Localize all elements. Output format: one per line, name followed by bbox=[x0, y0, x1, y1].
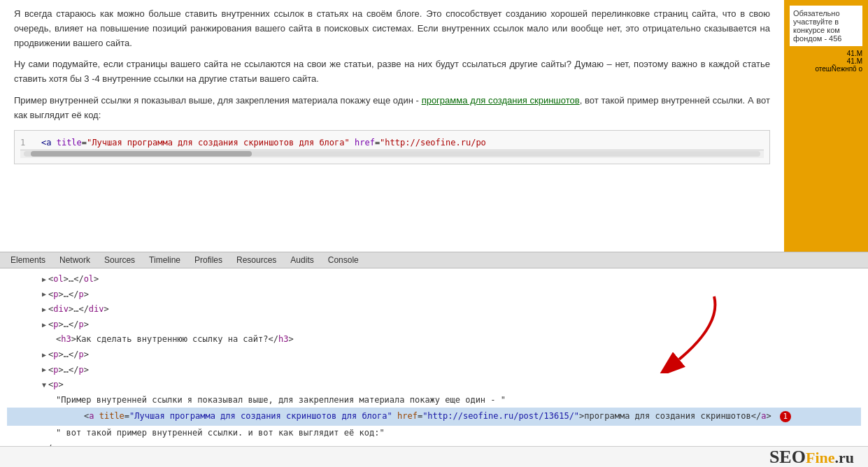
code-attr-title: title bbox=[57, 138, 82, 148]
dom-line: ▶ <ol>…</ol> bbox=[7, 272, 861, 287]
bottom-bar: SEOFine.ru bbox=[0, 446, 868, 467]
devtools-tabs-bar: Elements Network Sources Timeline Profil… bbox=[0, 252, 868, 268]
line-number: 1 bbox=[20, 136, 34, 150]
dom-line: <h3>Как сделать внутреннюю ссылку на сай… bbox=[7, 332, 861, 347]
code-attr-title-val: "Лучшая программа для создания скриншото… bbox=[87, 138, 350, 148]
tab-sources[interactable]: Sources bbox=[97, 252, 142, 268]
dom-line: ▶ <p>…</p> bbox=[7, 363, 861, 378]
dom-tree-wrapper: ▶ <ol>…</ol> ▶ <p>…</p> ▶ <div>…</div> ▶… bbox=[0, 268, 868, 450]
logo-fine: Fine bbox=[806, 449, 835, 466]
dom-line: ▶ <p>…</p> bbox=[7, 317, 861, 333]
tab-resources[interactable]: Resources bbox=[229, 252, 283, 268]
code-attr-href: href bbox=[355, 138, 375, 148]
tab-network[interactable]: Network bbox=[52, 252, 97, 268]
dom-line: ▶ <p>…</p> bbox=[7, 347, 861, 363]
expand-arrow[interactable]: ▶ bbox=[42, 303, 46, 316]
expand-arrow[interactable]: ▼ bbox=[42, 379, 46, 391]
code-attr-href-val: "http://seofine.ru/po bbox=[380, 138, 486, 148]
dom-tree: ▶ <ol>…</ol> ▶ <p>…</p> ▶ <div>…</div> ▶… bbox=[0, 268, 868, 450]
paragraph-1: Я всегда стараюсь как можно больше стави… bbox=[14, 7, 770, 50]
sidebar-numbers: 41.М 41.М отешÑежнпõ о bbox=[790, 50, 862, 73]
tab-timeline[interactable]: Timeline bbox=[142, 252, 187, 268]
expand-arrow[interactable]: ▶ bbox=[42, 364, 46, 376]
code-text: <a title="Лучшая программа для создания … bbox=[41, 136, 486, 150]
logo-seo: SEO bbox=[769, 447, 806, 467]
tab-console[interactable]: Console bbox=[321, 252, 366, 268]
dom-line: "Пример внутренней ссылки я показывал вы… bbox=[7, 393, 861, 408]
dom-line: ▶ <p>…</p> bbox=[7, 287, 861, 303]
seo-logo: SEOFine.ru bbox=[769, 447, 854, 468]
code-block: 1 <a title="Лучшая программа для создани… bbox=[14, 130, 770, 164]
expand-arrow[interactable]: ▶ bbox=[42, 273, 46, 286]
dom-line: ▶ <div>…</div> bbox=[7, 302, 861, 317]
code-tag: <a bbox=[41, 138, 51, 148]
dom-line: " вот такой пример внутренней ссылки. и … bbox=[7, 426, 861, 441]
expand-arrow[interactable]: ▶ bbox=[42, 288, 46, 301]
para3-before: Пример внутренней ссылки я показывал выш… bbox=[14, 95, 422, 106]
tab-profiles[interactable]: Profiles bbox=[187, 252, 229, 268]
code-line: 1 <a title="Лучшая программа для создани… bbox=[20, 136, 764, 150]
highlighted-dom-line[interactable]: <a title="Лучшая программа для создания … bbox=[7, 408, 861, 426]
internal-link[interactable]: программа для создания скриншотов bbox=[422, 95, 580, 106]
main-content: Я всегда стараюсь как можно больше стави… bbox=[0, 0, 784, 252]
error-badge: 1 bbox=[780, 411, 791, 422]
devtools-content: ▶ <ol>…</ol> ▶ <p>…</p> ▶ <div>…</div> ▶… bbox=[0, 268, 868, 467]
logo-ru: .ru bbox=[835, 449, 855, 466]
tab-elements[interactable]: Elements bbox=[3, 252, 52, 268]
sidebar-ad-text: Обязательно участвуйте в конкурсе ком фо… bbox=[790, 6, 862, 46]
expand-arrow[interactable]: ▶ bbox=[42, 319, 46, 331]
paragraph-3: Пример внутренней ссылки я показывал выш… bbox=[14, 94, 770, 123]
expand-arrow[interactable]: ▶ bbox=[42, 349, 46, 361]
dom-line: ▼ <p> bbox=[7, 378, 861, 393]
right-sidebar: Обязательно участвуйте в конкурсе ком фо… bbox=[784, 0, 868, 252]
scrollbar-thumb bbox=[31, 151, 252, 157]
scrollbar[interactable] bbox=[20, 150, 764, 158]
scrollbar-track bbox=[24, 151, 760, 157]
paragraph-2: Ну сами подумайте, если страницы вашего … bbox=[14, 57, 770, 87]
tab-audits[interactable]: Audits bbox=[283, 252, 320, 268]
